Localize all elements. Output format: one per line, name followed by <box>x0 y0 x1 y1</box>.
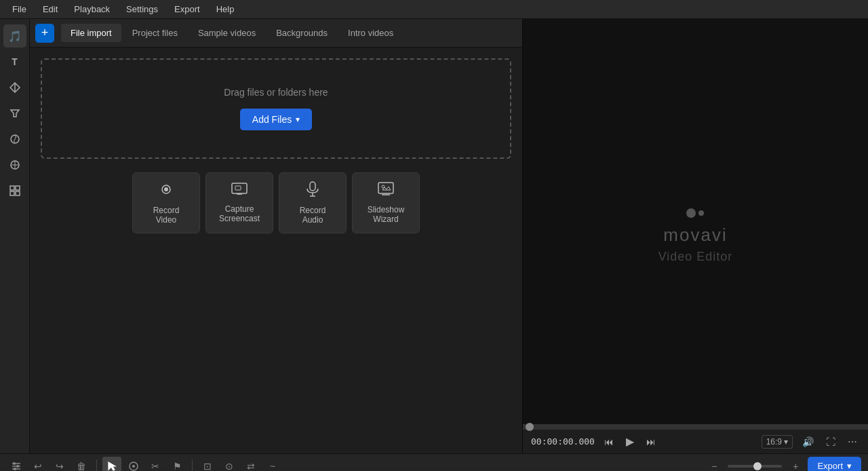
zoom-out-button[interactable]: − <box>705 457 724 472</box>
timeline-settings-button[interactable] <box>7 457 26 472</box>
text-button[interactable]: T <box>3 50 26 73</box>
speed-button[interactable]: ⇄ <box>241 457 260 472</box>
svg-rect-14 <box>235 186 241 190</box>
menu-export[interactable]: Export <box>167 3 207 16</box>
svg-rect-18 <box>378 183 393 193</box>
svg-rect-5 <box>10 186 14 190</box>
svg-point-28 <box>132 465 135 468</box>
aspect-ratio-chevron-icon: ▾ <box>784 437 788 447</box>
add-files-button[interactable]: Add Files ▾ <box>240 109 312 130</box>
current-time-display: 00:00:00.000 <box>531 436 595 447</box>
more-options-button[interactable]: ⋯ <box>845 435 860 449</box>
crop-tool-button[interactable] <box>124 457 143 472</box>
fullscreen-button[interactable]: ⛶ <box>823 435 838 449</box>
add-media-button[interactable]: 🎵 <box>3 24 26 48</box>
progress-bar[interactable] <box>523 424 868 430</box>
capture-screencast-label: Capture Screencast <box>219 204 260 223</box>
add-files-arrow-icon: ▾ <box>296 115 300 124</box>
zoom-in-button[interactable]: + <box>786 457 805 472</box>
split-button[interactable]: ✂ <box>146 457 165 472</box>
play-button[interactable]: ▶ <box>623 434 637 449</box>
logo-dot-big <box>686 208 696 218</box>
drop-zone-text: Drag files or folders here <box>56 87 496 98</box>
add-tab-button[interactable]: + <box>35 24 54 43</box>
tab-project-files[interactable]: Project files <box>123 24 187 42</box>
more-button[interactable] <box>3 179 26 202</box>
zoom-thumb <box>753 462 762 470</box>
svg-point-26 <box>14 468 16 470</box>
slideshow-wizard-icon <box>378 182 394 201</box>
fast-forward-button[interactable]: ⏭ <box>644 435 658 449</box>
record-video-label: Record Video <box>153 206 180 225</box>
zoom-controls: − + <box>705 457 805 472</box>
svg-point-19 <box>382 185 384 188</box>
crop-resize-button[interactable]: ⊡ <box>198 457 217 472</box>
drop-zone[interactable]: Drag files or folders here Add Files ▾ <box>41 58 511 159</box>
movavi-dots <box>686 208 704 218</box>
svg-rect-7 <box>10 191 14 195</box>
stickers-button[interactable] <box>3 153 26 176</box>
menu-playback[interactable]: Playback <box>67 3 117 16</box>
svg-point-24 <box>13 462 16 465</box>
color-button[interactable] <box>3 128 26 151</box>
marker-button[interactable]: ⚑ <box>167 457 186 472</box>
record-audio-card[interactable]: Record Audio <box>279 172 347 233</box>
tab-sample-videos[interactable]: Sample videos <box>189 24 265 42</box>
file-import-panel: Drag files or folders here Add Files ▾ R… <box>30 48 522 453</box>
export-button[interactable]: Export ▾ <box>808 457 861 471</box>
capture-screencast-icon <box>231 183 248 200</box>
record-video-icon <box>158 181 174 202</box>
record-video-card[interactable]: Record Video <box>132 172 200 233</box>
movavi-logo: movavi Video Editor <box>658 208 733 264</box>
tab-file-import[interactable]: File import <box>61 24 121 42</box>
motion-button[interactable]: ~ <box>263 457 282 472</box>
svg-point-10 <box>164 187 168 191</box>
select-tool-button[interactable] <box>102 457 121 472</box>
tab-backgrounds[interactable]: Backgrounds <box>267 24 337 42</box>
tab-intro-videos[interactable]: Intro videos <box>338 24 403 42</box>
menu-bar: File Edit Playback Settings Export Help <box>0 0 868 19</box>
progress-thumb <box>526 423 534 431</box>
slideshow-wizard-label: Slideshow Wizard <box>368 205 405 224</box>
capture-screencast-card[interactable]: Capture Screencast <box>205 172 273 233</box>
left-sidebar: 🎵 T <box>0 19 30 453</box>
redo-button[interactable]: ↪ <box>50 457 69 472</box>
export-arrow-icon: ▾ <box>847 461 852 471</box>
menu-file[interactable]: File <box>5 3 33 16</box>
record-audio-label: Record Audio <box>300 206 326 225</box>
player-controls: 00:00:00.000 ⏮ ▶ ⏭ 16:9 ▾ 🔊 ⛶ ⋯ <box>523 429 868 453</box>
preview-area: movavi Video Editor 00:00:00.000 ⏮ ▶ ⏭ 1… <box>522 19 868 453</box>
svg-rect-6 <box>16 186 20 190</box>
svg-rect-8 <box>16 191 20 195</box>
transitions-button[interactable] <box>3 76 26 99</box>
aspect-ratio-selector[interactable]: 16:9 ▾ <box>762 435 793 449</box>
zoom-slider[interactable] <box>728 465 782 468</box>
aspect-ratio-value: 16:9 <box>766 437 782 447</box>
main-layout: 🎵 T + File import Project files Sample v… <box>0 19 868 453</box>
filters-button[interactable] <box>3 102 26 125</box>
svg-point-25 <box>16 465 19 468</box>
toolbar-separator-1 <box>96 459 97 472</box>
toolbar-separator-2 <box>192 459 193 472</box>
svg-rect-15 <box>310 182 315 191</box>
timeline-toolbar: ↩ ↪ 🗑 ✂ ⚑ ⊡ ⊙ ⇄ ~ − + Export ▾ <box>0 454 868 471</box>
menu-edit[interactable]: Edit <box>36 3 64 16</box>
record-audio-icon <box>306 181 319 202</box>
movavi-brand-text: movavi <box>663 225 727 246</box>
menu-help[interactable]: Help <box>210 3 241 16</box>
delete-button[interactable]: 🗑 <box>72 457 91 472</box>
rewind-button[interactable]: ⏮ <box>601 435 616 449</box>
volume-button[interactable]: 🔊 <box>800 435 816 449</box>
content-area: + File import Project files Sample video… <box>30 19 522 453</box>
logo-dot-small <box>698 210 704 216</box>
menu-settings[interactable]: Settings <box>119 3 165 16</box>
tabs-bar: + File import Project files Sample video… <box>30 19 522 48</box>
slideshow-wizard-card[interactable]: Slideshow Wizard <box>352 172 420 233</box>
undo-button[interactable]: ↩ <box>28 457 47 472</box>
svg-rect-11 <box>232 183 247 193</box>
stabilize-button[interactable]: ⊙ <box>220 457 239 472</box>
timeline-section: ↩ ↪ 🗑 ✂ ⚑ ⊡ ⊙ ⇄ ~ − + Export ▾ 00:00: <box>0 453 868 471</box>
movavi-sub-text: Video Editor <box>658 250 733 264</box>
action-cards: Record Video Capture Screencast Record A… <box>41 172 511 233</box>
